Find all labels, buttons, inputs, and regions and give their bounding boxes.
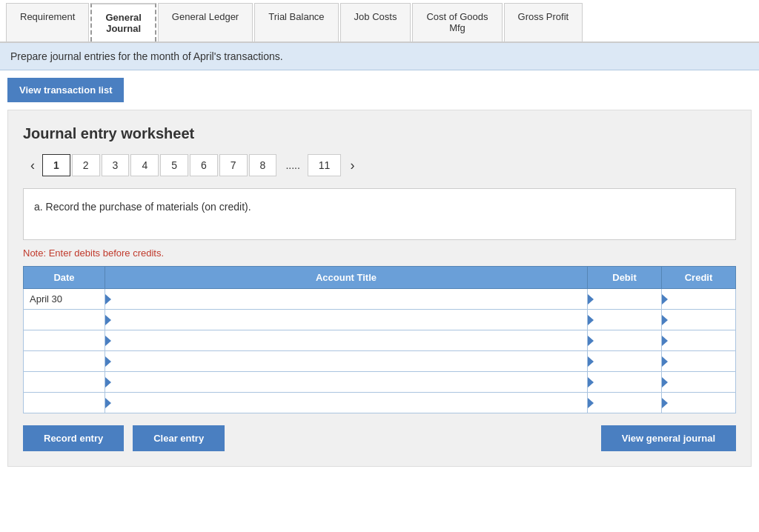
account-cell-4[interactable] — [105, 351, 588, 372]
page-5[interactable]: 5 — [160, 154, 188, 176]
account-input-6[interactable] — [113, 393, 587, 413]
account-indicator-4 — [105, 356, 111, 367]
worksheet-title: Journal entry worksheet — [23, 125, 736, 142]
credit-input-1[interactable] — [669, 289, 735, 309]
debit-indicator-1 — [588, 294, 594, 305]
col-header-debit: Debit — [588, 267, 662, 289]
page-dots: ..... — [278, 155, 307, 176]
note-text: Note: Enter debits before credits. — [23, 247, 736, 259]
debit-input-1[interactable] — [595, 289, 661, 309]
date-cell-2 — [24, 310, 105, 330]
account-indicator-1 — [105, 294, 111, 305]
debit-indicator-2 — [588, 315, 594, 325]
col-header-date: Date — [24, 267, 105, 289]
debit-cell-6[interactable] — [588, 393, 662, 413]
page-4[interactable]: 4 — [130, 154, 159, 176]
account-cell-1[interactable] — [105, 289, 588, 310]
account-input-4[interactable] — [113, 351, 587, 371]
tab-general-journal[interactable]: GeneralJournal — [90, 3, 156, 41]
credit-input-3[interactable] — [669, 330, 735, 350]
credit-indicator-3 — [662, 336, 668, 346]
debit-input-4[interactable] — [595, 351, 661, 371]
credit-indicator-1 — [662, 294, 668, 305]
account-cell-6[interactable] — [105, 393, 588, 413]
instruction-box: a. Record the purchase of materials (on … — [23, 188, 736, 240]
debit-cell-3[interactable] — [588, 330, 662, 351]
debit-input-3[interactable] — [595, 330, 661, 350]
view-transaction-button[interactable]: View transaction list — [7, 78, 124, 102]
col-header-account: Account Title — [105, 267, 588, 289]
action-buttons: Record entry Clear entry View general jo… — [23, 425, 736, 451]
page-2[interactable]: 2 — [72, 154, 100, 176]
account-indicator-2 — [105, 315, 111, 325]
debit-cell-4[interactable] — [588, 351, 662, 372]
account-indicator-6 — [105, 398, 111, 408]
credit-indicator-5 — [662, 377, 668, 388]
credit-cell-4[interactable] — [662, 351, 736, 372]
account-cell-5[interactable] — [105, 372, 588, 393]
page-8[interactable]: 8 — [249, 154, 277, 176]
account-indicator-5 — [105, 377, 111, 388]
table-row — [24, 351, 736, 372]
credit-indicator-6 — [662, 398, 668, 408]
record-entry-button[interactable]: Record entry — [23, 425, 124, 451]
date-cell-5 — [24, 372, 105, 393]
page-7[interactable]: 7 — [219, 154, 248, 176]
pagination: ‹ 1 2 3 4 5 6 7 8 ..... 11 › — [23, 154, 736, 176]
debit-indicator-6 — [588, 398, 594, 408]
prev-page-button[interactable]: ‹ — [23, 155, 42, 176]
journal-table: Date Account Title Debit Credit April 30 — [23, 266, 736, 413]
credit-cell-1[interactable] — [662, 289, 736, 310]
tab-job-costs[interactable]: Job Costs — [340, 3, 411, 41]
tab-cost-of-goods-mfg[interactable]: Cost of GoodsMfg — [412, 3, 502, 41]
col-header-credit: Credit — [662, 267, 736, 289]
account-input-3[interactable] — [113, 330, 587, 350]
debit-cell-2[interactable] — [588, 310, 662, 330]
date-cell-6 — [24, 393, 105, 413]
account-input-5[interactable] — [113, 372, 587, 392]
clear-entry-button[interactable]: Clear entry — [133, 425, 225, 451]
account-cell-2[interactable] — [105, 310, 588, 330]
table-row — [24, 393, 736, 413]
debit-cell-5[interactable] — [588, 372, 662, 393]
view-general-journal-button[interactable]: View general journal — [601, 425, 736, 451]
debit-input-2[interactable] — [595, 310, 661, 330]
account-cell-3[interactable] — [105, 330, 588, 351]
tab-trial-balance[interactable]: Trial Balance — [254, 3, 338, 41]
table-row — [24, 310, 736, 330]
date-cell-1: April 30 — [24, 289, 105, 310]
date-cell-4 — [24, 351, 105, 372]
credit-indicator-4 — [662, 356, 668, 367]
credit-cell-5[interactable] — [662, 372, 736, 393]
page-11[interactable]: 11 — [308, 154, 342, 176]
account-input-1[interactable] — [113, 289, 587, 309]
debit-input-6[interactable] — [595, 393, 661, 413]
page-6[interactable]: 6 — [190, 154, 218, 176]
credit-input-6[interactable] — [669, 393, 735, 413]
table-row — [24, 330, 736, 351]
debit-input-5[interactable] — [595, 372, 661, 392]
account-indicator-3 — [105, 336, 111, 346]
page-1[interactable]: 1 — [42, 154, 70, 176]
account-input-2[interactable] — [113, 310, 587, 330]
info-banner: Prepare journal entries for the month of… — [0, 43, 759, 70]
credit-cell-6[interactable] — [662, 393, 736, 413]
credit-input-5[interactable] — [669, 372, 735, 392]
tabs-bar: Requirement GeneralJournal General Ledge… — [0, 0, 759, 43]
tab-general-ledger[interactable]: General Ledger — [158, 3, 253, 41]
credit-cell-2[interactable] — [662, 310, 736, 330]
next-page-button[interactable]: › — [342, 155, 362, 176]
tab-requirement[interactable]: Requirement — [6, 3, 89, 41]
table-row — [24, 372, 736, 393]
journal-entry-worksheet: Journal entry worksheet ‹ 1 2 3 4 5 6 7 … — [7, 110, 752, 467]
page-3[interactable]: 3 — [102, 154, 130, 176]
debit-indicator-3 — [588, 336, 594, 346]
credit-cell-3[interactable] — [662, 330, 736, 351]
credit-input-4[interactable] — [669, 351, 735, 371]
tab-gross-profit[interactable]: Gross Profit — [504, 3, 583, 41]
debit-cell-1[interactable] — [588, 289, 662, 310]
date-cell-3 — [24, 330, 105, 351]
debit-indicator-4 — [588, 356, 594, 367]
credit-input-2[interactable] — [669, 310, 735, 330]
table-row: April 30 — [24, 289, 736, 310]
